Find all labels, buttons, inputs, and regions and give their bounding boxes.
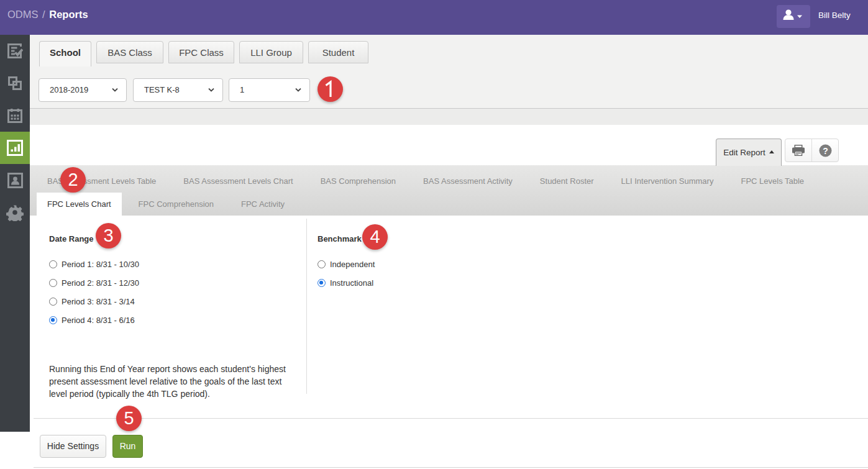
svg-text:?: ? — [823, 145, 828, 155]
